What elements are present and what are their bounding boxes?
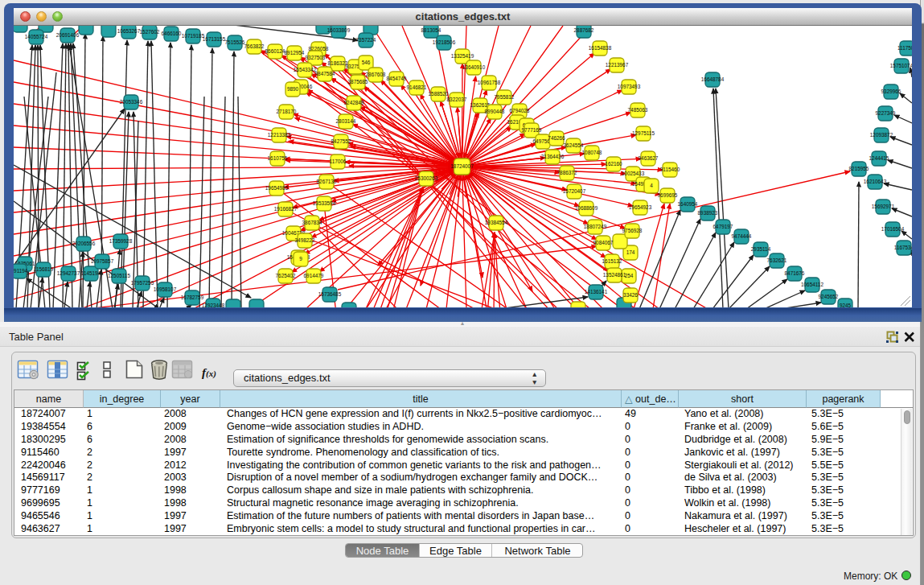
svg-text:9699695: 9699695	[658, 192, 678, 198]
svg-text:1145194: 1145194	[81, 270, 101, 276]
svg-text:8322037: 8322037	[447, 97, 467, 102]
svg-text:1156819: 1156819	[34, 266, 54, 272]
svg-text:10961758: 10961758	[478, 80, 501, 85]
svg-text:9329966: 9329966	[881, 89, 901, 94]
svg-text:6914479: 6914479	[304, 273, 324, 278]
svg-text:9890: 9890	[287, 86, 299, 92]
svg-text:7485063: 7485063	[628, 107, 648, 113]
svg-text:6479197: 6479197	[713, 224, 733, 229]
svg-text:1117504: 1117504	[897, 45, 912, 51]
svg-text:6466160: 6466160	[162, 31, 182, 36]
svg-text:15736485: 15736485	[318, 291, 342, 297]
svg-text:8215955: 8215955	[849, 166, 869, 171]
svg-text:19218506: 19218506	[433, 39, 456, 45]
svg-text:7357224: 7357224	[356, 37, 376, 43]
svg-text:16782759: 16782759	[181, 295, 204, 300]
svg-text:8454749: 8454749	[387, 76, 407, 81]
svg-text:8267130: 8267130	[317, 179, 337, 184]
svg-text:9146821: 9146821	[407, 84, 427, 90]
svg-text:12923448: 12923448	[202, 303, 225, 307]
svg-text:33426: 33426	[623, 292, 638, 298]
svg-text:7955812: 7955812	[495, 94, 515, 100]
svg-text:546: 546	[362, 60, 371, 65]
svg-text:15751074: 15751074	[890, 63, 912, 68]
svg-text:1615132: 1615132	[602, 258, 622, 264]
svg-text:7625402: 7625402	[276, 273, 296, 278]
svg-text:19654985: 19654985	[265, 185, 289, 191]
svg-text:17016504: 17016504	[881, 226, 905, 232]
svg-text:19654923: 19654923	[629, 204, 652, 210]
svg-text:25300263: 25300263	[415, 175, 438, 181]
svg-text:12213383: 12213383	[268, 132, 291, 138]
svg-text:2718170: 2718170	[277, 109, 297, 114]
svg-text:4: 4	[650, 183, 653, 188]
svg-text:7632621: 7632621	[767, 257, 787, 263]
svg-text:12505115: 12505115	[108, 273, 130, 278]
svg-text:1244415: 1244415	[869, 155, 889, 161]
svg-text:8471676: 8471676	[785, 270, 805, 276]
svg-text:9327503: 9327503	[306, 55, 326, 60]
svg-text:8912954: 8912954	[285, 50, 305, 56]
svg-text:10653267: 10653267	[117, 28, 141, 34]
svg-text:10958107: 10958107	[154, 286, 177, 292]
svg-text:9245652: 9245652	[819, 294, 839, 299]
svg-text:2803144: 2803144	[336, 118, 356, 124]
svg-text:1610755: 1610755	[268, 155, 288, 161]
svg-text:12093872: 12093872	[870, 132, 893, 138]
svg-text:10975857: 10975857	[91, 258, 114, 264]
svg-text:2867608: 2867608	[366, 72, 386, 77]
svg-text:19384554: 19384554	[485, 220, 508, 225]
svg-text:746266: 746266	[548, 135, 565, 141]
svg-text:8427552: 8427552	[331, 138, 351, 144]
svg-text:7886372: 7886372	[557, 170, 577, 175]
svg-text:8813054: 8813054	[421, 27, 441, 33]
svg-text:13524861: 13524861	[603, 272, 626, 278]
svg-text:9084067: 9084067	[593, 240, 614, 245]
svg-text:20053346: 20053346	[120, 99, 143, 105]
svg-text:18807249: 18807249	[584, 224, 607, 229]
svg-text:21364436: 21364436	[541, 154, 565, 159]
svg-text:16210643: 16210643	[864, 179, 887, 184]
svg-text:391194: 391194	[14, 268, 28, 274]
svg-text:12975115: 12975115	[632, 130, 655, 136]
svg-text:9245: 9245	[840, 303, 852, 307]
svg-text:10654112: 10654112	[801, 282, 823, 287]
svg-text:16648784: 16648784	[701, 76, 725, 82]
svg-text:1588520: 1588520	[429, 91, 449, 97]
svg-text:10025433: 10025433	[622, 171, 645, 176]
svg-text:18724007: 18724007	[450, 163, 474, 169]
svg-text:9242848: 9242848	[344, 100, 364, 105]
svg-text:1527602: 1527602	[140, 29, 160, 35]
svg-text:2887682: 2887682	[574, 27, 594, 33]
svg-text:14055724: 14055724	[25, 34, 48, 39]
svg-text:3498222: 3498222	[295, 237, 315, 243]
svg-text:17957255: 17957255	[131, 280, 154, 286]
svg-text:16033809: 16033809	[327, 27, 351, 33]
svg-text:7663822: 7663822	[244, 43, 265, 49]
svg-text:12942737: 12942737	[57, 270, 80, 276]
svg-text:6794028: 6794028	[510, 108, 530, 113]
svg-text:3875685: 3875685	[348, 79, 368, 84]
svg-text:9463627: 9463627	[639, 155, 659, 161]
svg-text:8938923: 8938923	[698, 210, 718, 216]
svg-text:13640910: 13640910	[462, 64, 486, 70]
svg-text:7515526: 7515526	[225, 39, 245, 45]
svg-text:19166827: 19166827	[274, 206, 298, 212]
svg-text:16154838: 16154838	[589, 45, 612, 51]
svg-text:12213967: 12213967	[606, 62, 629, 68]
svg-text:3624554: 3624554	[564, 142, 584, 148]
svg-text:13325419: 13325419	[451, 53, 474, 59]
svg-text:9115460: 9115460	[660, 167, 680, 172]
svg-text:9756928: 9756928	[622, 228, 643, 233]
svg-text:9: 9	[299, 256, 302, 262]
svg-text:16713155: 16713155	[203, 36, 226, 42]
svg-text:10719185: 10719185	[182, 33, 205, 39]
svg-text:3867834: 3867834	[302, 220, 322, 225]
svg-text:9474444: 9474444	[732, 233, 752, 239]
svg-text:15720407: 15720407	[563, 188, 586, 194]
svg-text:1167534: 1167534	[894, 245, 912, 250]
svg-text:1080748: 1080748	[582, 150, 602, 155]
svg-text:15692971: 15692971	[872, 204, 895, 209]
svg-text:20206556: 20206556	[72, 241, 96, 246]
svg-text:1640954: 1640954	[678, 201, 698, 207]
